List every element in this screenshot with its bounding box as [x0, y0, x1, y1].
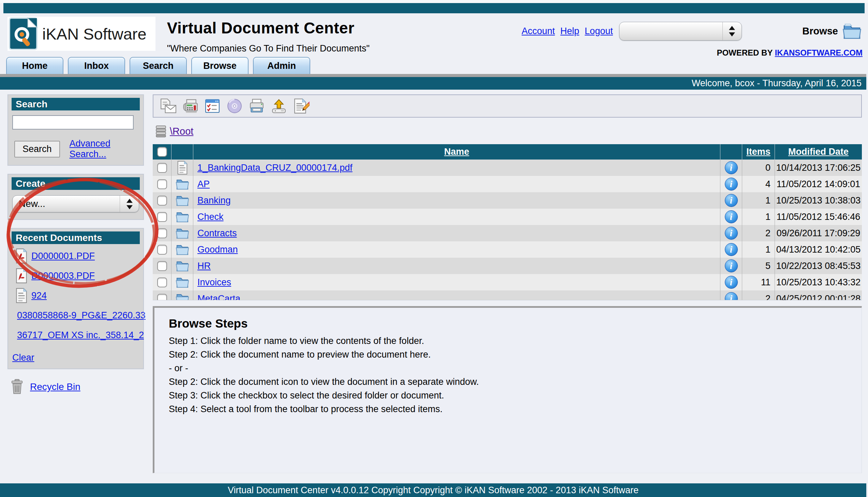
select-all-cell: [153, 144, 171, 159]
upload-icon[interactable]: [270, 98, 287, 115]
items-column-header[interactable]: Items: [742, 144, 774, 159]
modified-date: 11/05/2012 14:09:01: [774, 176, 862, 192]
folder-icon[interactable]: [175, 243, 189, 256]
logo-text: iKAN Software: [42, 25, 146, 43]
folder-name-link[interactable]: Banking: [197, 195, 231, 206]
quick-nav-select[interactable]: [619, 22, 742, 41]
folder-icon[interactable]: [175, 210, 189, 224]
account-link[interactable]: Account: [522, 26, 555, 37]
row-checkbox[interactable]: [157, 294, 167, 301]
tab-inbox[interactable]: Inbox: [68, 57, 125, 74]
folder-name-link[interactable]: HR: [197, 261, 211, 271]
recycle-bin-link[interactable]: Recycle Bin: [30, 381, 81, 392]
info-icon[interactable]: i: [725, 161, 738, 174]
folder-name-link[interactable]: Contracts: [197, 228, 237, 239]
pdf-icon[interactable]: [14, 268, 29, 284]
search-button[interactable]: Search: [14, 141, 60, 157]
recent-document-link[interactable]: 0380858868-9_PG&E_2260.33: [17, 310, 145, 321]
sidebar: Search Search Advanced Search... Create …: [8, 95, 144, 473]
modified-date: 10/25/2013 10:38:03: [774, 192, 862, 209]
recent-document-link[interactable]: D0000003.PDF: [31, 271, 95, 281]
search-panel: Search Search Advanced Search...: [8, 95, 144, 166]
tab-search[interactable]: Search: [130, 57, 187, 74]
document-icon[interactable]: [176, 160, 189, 175]
document-icon[interactable]: [14, 288, 29, 303]
separator-bar: [0, 74, 866, 77]
name-column-header[interactable]: Name: [193, 144, 720, 159]
info-icon[interactable]: i: [725, 178, 738, 190]
modified-date: 10/14/2013 17:06:25: [774, 159, 862, 176]
folder-name-link[interactable]: Goodman: [197, 244, 238, 255]
row-checkbox[interactable]: [157, 228, 167, 238]
task-list-icon[interactable]: [204, 98, 221, 115]
recent-document-link[interactable]: 36717_OEM XS inc._358.14_2: [17, 330, 144, 341]
row-checkbox[interactable]: [157, 196, 167, 205]
modified-column-header[interactable]: Modified Date: [774, 144, 862, 159]
browse-steps-title: Browse Steps: [169, 317, 862, 330]
folder-icon[interactable]: [175, 275, 189, 289]
info-icon[interactable]: i: [725, 210, 738, 223]
create-new-select[interactable]: New...: [12, 195, 139, 212]
folder-icon[interactable]: [175, 292, 189, 300]
cd-icon[interactable]: [226, 98, 243, 115]
folder-name-link[interactable]: MetaCarta: [197, 294, 240, 301]
row-checkbox[interactable]: [157, 261, 167, 271]
recent-document-link[interactable]: D0000001.PDF: [31, 251, 95, 261]
folder-name-link[interactable]: Invoices: [197, 277, 231, 288]
folder-icon[interactable]: [175, 226, 189, 240]
recent-document-item: 924: [14, 288, 140, 303]
folder-name-link[interactable]: AP: [197, 179, 210, 189]
info-icon[interactable]: i: [725, 259, 738, 272]
folder-icon[interactable]: [175, 194, 189, 207]
row-checkbox[interactable]: [157, 179, 167, 189]
folder-icon[interactable]: [175, 259, 189, 273]
trash-icon[interactable]: [10, 379, 25, 395]
disk-stack-icon: [154, 124, 168, 138]
help-link[interactable]: Help: [560, 26, 580, 37]
table-header-row: Name Items Modified Date: [153, 144, 862, 159]
tab-admin[interactable]: Admin: [253, 57, 310, 74]
toolbar: [153, 95, 862, 118]
row-checkbox[interactable]: [157, 245, 167, 255]
search-input[interactable]: [12, 115, 134, 129]
tab-home[interactable]: Home: [6, 57, 63, 74]
header-right: Account Help Logout Browse POWERED BY IK…: [522, 17, 863, 58]
search-panel-title: Search: [16, 99, 47, 110]
logout-link[interactable]: Logout: [585, 26, 613, 37]
table-row: Banking i 1 10/25/2013 10:38:03: [153, 192, 862, 209]
fax-icon[interactable]: [182, 98, 199, 115]
clear-recent-link[interactable]: Clear: [12, 353, 34, 363]
row-checkbox[interactable]: [157, 278, 167, 287]
folder-name-link[interactable]: Check: [197, 212, 224, 222]
welcome-text: Welcome, bcox - Thursday, April 16, 2015: [692, 78, 866, 89]
pdf-icon[interactable]: [14, 248, 29, 264]
info-icon[interactable]: i: [725, 227, 738, 240]
welcome-bar: Welcome, bcox - Thursday, April 16, 2015: [0, 77, 866, 90]
recent-document-link[interactable]: 924: [31, 290, 47, 301]
powered-by-link[interactable]: IKANSOFTWARE.COM: [775, 48, 863, 57]
items-count: 2: [742, 225, 774, 241]
folder-icon[interactable]: [175, 177, 189, 191]
row-checkbox[interactable]: [157, 212, 167, 222]
items-count: 5: [742, 258, 774, 274]
info-icon[interactable]: i: [725, 292, 738, 300]
advanced-search-link[interactable]: Advanced Search...: [70, 138, 140, 159]
info-icon[interactable]: i: [725, 276, 738, 289]
row-checkbox[interactable]: [157, 163, 167, 173]
tab-browse[interactable]: Browse: [191, 57, 248, 74]
table-row: MetaCarta i 2 04/25/2012 00:01:28: [153, 290, 862, 300]
info-icon[interactable]: i: [725, 243, 738, 256]
email-document-icon[interactable]: [159, 98, 176, 115]
edit-document-icon[interactable]: [293, 98, 310, 115]
document-name-link[interactable]: 1_BankingData_CRUZ_00000174.pdf: [197, 162, 353, 173]
step-line: Step 4: Select a tool from the toolbar t…: [169, 404, 862, 414]
page-title: Virtual Document Center: [167, 19, 370, 37]
company-logo: iKAN Software: [8, 17, 155, 51]
footer-bar: Virtual Document Center v4.0.0.12 Copyri…: [0, 483, 866, 497]
breadcrumb-root-link[interactable]: \Root: [170, 126, 193, 137]
browse-shortcut[interactable]: Browse: [802, 22, 863, 41]
main-nav-tabs: Home Inbox Search Browse Admin: [0, 57, 868, 74]
print-icon[interactable]: [248, 98, 265, 115]
select-all-checkbox[interactable]: [157, 147, 167, 157]
info-icon[interactable]: i: [725, 194, 738, 207]
